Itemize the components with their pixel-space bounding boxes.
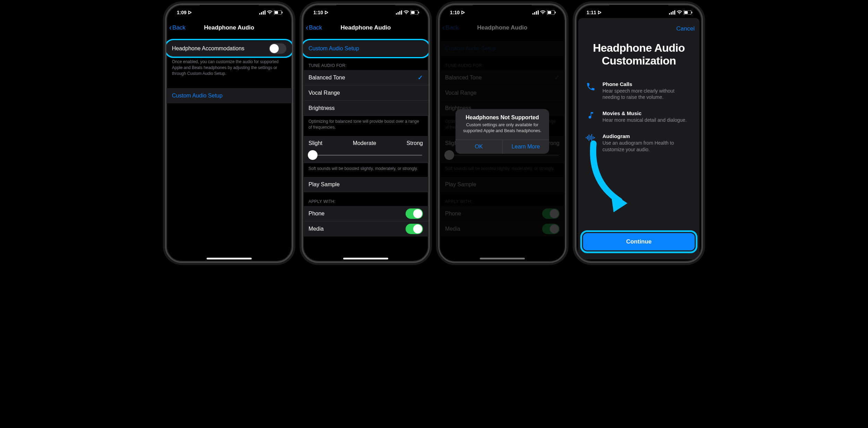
footer-text: Optimizing for balanced tone will provid… bbox=[303, 116, 428, 136]
svg-rect-27 bbox=[692, 12, 692, 14]
vocal-range-row[interactable]: Vocal Range bbox=[303, 85, 428, 101]
continue-button[interactable]: Continue bbox=[583, 233, 695, 250]
play-sample-row[interactable]: Play Sample bbox=[303, 177, 428, 192]
svg-rect-9 bbox=[399, 11, 400, 15]
sheet-navbar: Cancel bbox=[576, 20, 702, 37]
home-indicator[interactable] bbox=[343, 258, 388, 259]
notch bbox=[336, 5, 395, 15]
svg-rect-12 bbox=[411, 11, 415, 14]
location-icon: ᐅ bbox=[598, 10, 601, 15]
battery-icon bbox=[274, 10, 283, 15]
row-label: Custom Audio Setup bbox=[309, 45, 359, 52]
svg-rect-19 bbox=[548, 11, 551, 14]
svg-rect-15 bbox=[534, 12, 535, 15]
alert-dialog: Headphones Not Supported Custom settings… bbox=[455, 109, 549, 154]
svg-rect-20 bbox=[555, 12, 556, 14]
svg-rect-5 bbox=[275, 11, 278, 14]
slider-label-slight: Slight bbox=[309, 140, 322, 146]
svg-rect-26 bbox=[684, 11, 688, 14]
footer-text: Soft sounds will be boosted slightly, mo… bbox=[303, 163, 428, 177]
checkmark-icon: ✓ bbox=[418, 74, 423, 82]
navigation-bar: ‹Back Headphone Audio bbox=[303, 20, 428, 35]
wifi-icon bbox=[540, 10, 546, 15]
iphone-screenshot: 1:10 ᐅ ‹Back Headphone Audio Custom Audi… bbox=[438, 3, 566, 263]
music-icon bbox=[585, 110, 596, 123]
iphone-screenshot: 1:10 ᐅ ‹Back Headphone Audio Custom Audi… bbox=[302, 3, 430, 263]
row-label: Custom Audio Setup bbox=[172, 93, 223, 99]
svg-rect-16 bbox=[536, 11, 537, 15]
signal-icon bbox=[669, 10, 675, 15]
slider-thumb[interactable] bbox=[308, 150, 318, 160]
svg-rect-13 bbox=[418, 12, 419, 14]
iphone-screenshot: 1:11 ᐅ Cancel Headphone Audio Customizat… bbox=[575, 3, 703, 263]
slider-label-strong: Strong bbox=[407, 140, 423, 146]
location-icon: ᐅ bbox=[324, 10, 328, 15]
clock: 1:11 bbox=[587, 10, 596, 15]
slider-label-moderate: Moderate bbox=[353, 140, 376, 146]
apply-media-row[interactable]: Media bbox=[303, 221, 428, 237]
home-indicator[interactable] bbox=[207, 258, 252, 259]
headphone-accommodations-row[interactable]: Headphone Accommodations bbox=[166, 41, 292, 56]
svg-rect-14 bbox=[532, 13, 533, 15]
phone-icon bbox=[585, 81, 596, 101]
notch bbox=[473, 5, 532, 15]
signal-icon bbox=[259, 10, 266, 15]
iphone-screenshot: 1:09 ᐅ ‹Back Headphone Audio Headphone A… bbox=[165, 3, 293, 263]
svg-rect-7 bbox=[396, 13, 397, 15]
info-movies-music: Movies & MusicHear more musical detail a… bbox=[585, 110, 693, 123]
svg-rect-2 bbox=[263, 11, 264, 15]
settings-content: Custom Audio Setup TUNE AUDIO FOR: Balan… bbox=[303, 35, 428, 254]
row-label: Headphone Accommodations bbox=[172, 45, 269, 52]
media-toggle[interactable] bbox=[406, 224, 423, 234]
info-title: Movies & Music bbox=[602, 110, 687, 116]
accommodations-toggle[interactable] bbox=[269, 43, 286, 54]
apply-phone-row[interactable]: Phone bbox=[303, 206, 428, 221]
navigation-bar: ‹Back Headphone Audio bbox=[166, 20, 292, 35]
section-header: APPLY WITH: bbox=[303, 192, 428, 206]
cancel-button[interactable]: Cancel bbox=[676, 25, 695, 32]
chevron-left-icon: ‹ bbox=[306, 24, 308, 32]
wifi-icon bbox=[677, 10, 682, 15]
svg-rect-1 bbox=[261, 12, 262, 15]
clock: 1:10 bbox=[313, 10, 323, 15]
custom-audio-setup-row[interactable]: Custom Audio Setup bbox=[303, 41, 428, 56]
back-label: Back bbox=[172, 24, 185, 31]
location-icon: ᐅ bbox=[188, 10, 192, 15]
svg-rect-6 bbox=[282, 12, 283, 14]
battery-icon bbox=[684, 10, 693, 15]
boost-slider-row: SlightModerateStrong bbox=[303, 136, 428, 163]
custom-audio-setup-row[interactable]: Custom Audio Setup bbox=[166, 88, 292, 103]
notch bbox=[609, 5, 668, 15]
clock: 1:09 bbox=[177, 10, 186, 15]
svg-rect-22 bbox=[671, 12, 672, 15]
back-button[interactable]: ‹Back bbox=[306, 24, 322, 32]
brightness-row[interactable]: Brightness bbox=[303, 101, 428, 116]
info-title: Audiogram bbox=[602, 133, 693, 139]
svg-rect-24 bbox=[674, 10, 675, 15]
phone-toggle[interactable] bbox=[406, 208, 423, 219]
row-label: Play Sample bbox=[309, 181, 340, 188]
learn-more-button[interactable]: Learn More bbox=[503, 140, 549, 154]
row-label: Balanced Tone bbox=[309, 75, 418, 81]
wifi-icon bbox=[403, 10, 409, 15]
annotation-arrow-icon bbox=[587, 140, 635, 213]
ok-button[interactable]: OK bbox=[455, 140, 503, 154]
alert-message: Custom settings are only available for s… bbox=[455, 121, 549, 139]
section-header: TUNE AUDIO FOR: bbox=[303, 56, 428, 70]
alert-title: Headphones Not Supported bbox=[455, 109, 549, 121]
row-label: Media bbox=[309, 226, 406, 232]
boost-slider[interactable] bbox=[309, 155, 422, 156]
back-button[interactable]: ‹Back bbox=[169, 24, 185, 32]
battery-icon bbox=[547, 10, 556, 15]
signal-icon bbox=[532, 10, 539, 15]
page-title: Headphone Audio bbox=[204, 24, 254, 31]
chevron-left-icon: ‹ bbox=[169, 24, 172, 32]
info-phone-calls: Phone CallsHear speech more clearly with… bbox=[585, 81, 693, 101]
svg-rect-3 bbox=[264, 10, 266, 15]
svg-rect-17 bbox=[538, 10, 539, 15]
svg-rect-10 bbox=[401, 10, 402, 15]
balanced-tone-row[interactable]: Balanced Tone✓ bbox=[303, 70, 428, 85]
svg-rect-21 bbox=[669, 13, 670, 15]
sheet-title: Headphone Audio Customization bbox=[585, 42, 693, 67]
battery-icon bbox=[410, 10, 419, 15]
